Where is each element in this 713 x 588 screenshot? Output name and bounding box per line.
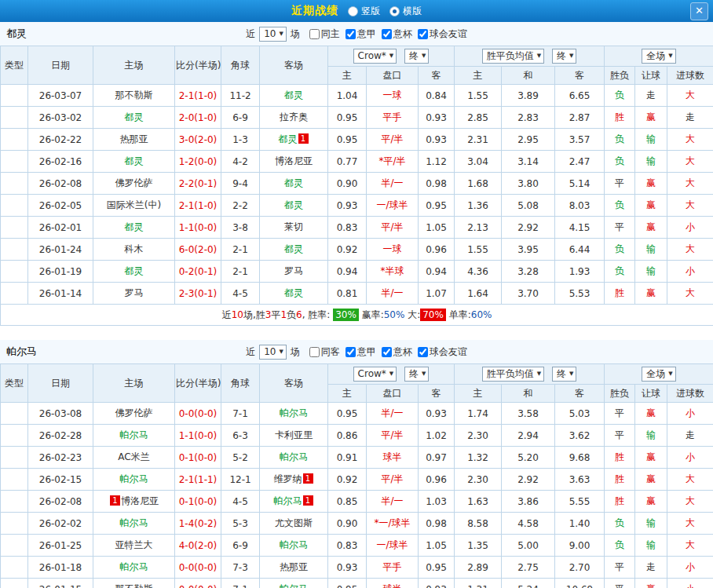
eu-away-odds-cell: 1.40 [555,513,605,535]
results-table: 类型 日期 主场 比分(半场) 角球 客场 Crow*▼ 终▼ 胜平负均值▼ 终… [0,363,713,588]
checkbox-label: 球会友谊 [430,345,467,359]
home-team-name: 都灵 [125,111,144,122]
handicap-stage-select[interactable]: 终▼ [404,367,429,382]
ah-home-odds-cell: 0.95 [328,403,367,425]
summary-foot: 近10场,胜3平1负6, 胜率: 30% 赢率:50% 大:70% 单率:60% [1,305,713,326]
date-cell: 26-02-28 [28,425,93,447]
checkbox-input[interactable] [418,347,428,357]
scope-value: 全场 [646,368,665,380]
filter-prefix-label: 近 [246,345,255,359]
ah-away-odds-cell: 1.07 [419,283,455,305]
scope-select[interactable]: 全场▼ [642,49,675,64]
eu-home-odds-cell: 1.64 [455,283,502,305]
scope-select[interactable]: 全场▼ [642,367,675,382]
result-cell: 平 [605,557,635,579]
chevron-down-icon: ▼ [389,50,393,62]
away-team-name: 莱切 [284,221,303,232]
match-row: 意甲26-02-22热那亚3-0(2-0)1-3都灵10.95平/半0.932.… [1,129,713,151]
ah-home-odds-cell: 0.83 [328,217,367,239]
europe-odds-select[interactable]: 胜平负均值▼ [482,367,544,382]
ah-line-cell: 半/一 [367,283,419,305]
date-cell: 26-03-07 [28,85,93,107]
filter-checkbox[interactable]: 意甲 [340,27,376,41]
filter-checkbox[interactable]: 同客 [304,345,340,359]
filter-checkbox[interactable]: 球会友谊 [412,345,467,359]
col-header-corner: 角球 [221,46,260,85]
goals-cell: 小 [667,403,713,425]
match-count-select[interactable]: 10▼ [259,27,287,42]
home-team-name: 罗马 [125,287,144,298]
result-cell: 平 [605,579,635,588]
score-cell: 2-2(0-1) [175,173,221,195]
sub-header-eu-draw: 和 [502,67,555,85]
date-cell: 26-03-08 [28,403,93,425]
eu-home-odds-cell: 2.30 [455,469,502,491]
eu-away-odds-cell: 3.63 [555,469,605,491]
results-tbody: 意甲26-03-08佛罗伦萨0-0(0-0)7-1帕尔马0.95半/一0.931… [1,403,713,588]
layout-option-vertical[interactable]: 竖版 [348,5,380,18]
goals-cell: 走 [667,107,713,129]
team-section: 都灵 近 10▼ 场 同主意甲意杯球会友谊 类型 日期 主场 比分(半场) 角球… [0,22,713,326]
match-count-value: 10 [264,28,276,40]
europe-stage-select[interactable]: 终▼ [552,49,576,64]
checkbox-input[interactable] [382,347,392,357]
ah-away-odds-cell: 0.98 [419,513,455,535]
match-row: 意甲26-02-28帕尔马1-1(0-0)6-3卡利亚里0.86平/半1.022… [1,425,713,447]
europe-stage-select[interactable]: 终▼ [552,367,576,382]
eu-draw-odds-cell: 5.24 [502,579,555,588]
checkbox-input[interactable] [309,29,320,39]
eu-home-odds-cell: 3.04 [455,151,502,173]
league-type-cell: 意杯 [1,195,28,217]
col-header-score: 比分(半场) [175,364,221,403]
eu-away-odds-cell: 5.55 [555,491,605,513]
ah-line-cell: 一球 [367,239,419,261]
match-count-select[interactable]: 10▼ [259,345,287,360]
europe-odds-value: 胜平负均值 [487,50,534,62]
filter-checkbox[interactable]: 意杯 [376,27,412,41]
checkbox-input[interactable] [309,347,320,357]
eu-home-odds-cell: 1.63 [455,491,502,513]
ah-home-odds-cell: 0.90 [328,173,367,195]
checkbox-input[interactable] [346,347,356,357]
layout-option-horizontal[interactable]: 横版 [389,5,422,18]
filter-checkbox[interactable]: 意甲 [340,345,376,359]
corner-cell: 2-2 [221,195,260,217]
checkbox-input[interactable] [382,29,392,39]
corner-cell: 4-5 [221,491,260,513]
date-cell: 26-02-05 [28,195,93,217]
ah-away-odds-cell: 1.02 [419,425,455,447]
checkbox-input[interactable] [346,29,356,39]
filter-checkbox[interactable]: 球会友谊 [412,27,467,41]
results-table: 类型 日期 主场 比分(半场) 角球 客场 Crow*▼ 终▼ 胜平负均值▼ 终… [0,46,713,326]
score-cell: 2-1(1-0) [175,85,221,107]
bookmaker-select[interactable]: Crow*▼ [353,367,397,382]
corner-cell: 1-3 [221,129,260,151]
league-type-cell: 意甲 [1,85,28,107]
close-button[interactable]: ✕ [690,2,708,20]
europe-odds-select[interactable]: 胜平负均值▼ [482,49,544,64]
ah-line-cell: 一/球半 [367,195,419,217]
filter-checkboxes: 同主意甲意杯球会友谊 [304,27,467,41]
home-team-name: 帕尔马 [120,429,148,440]
corner-cell: 2-1 [221,239,260,261]
europe-odds-header: 胜平负均值▼ 终▼ [455,364,605,385]
ah-line-cell: 平手 [367,557,419,579]
bookmaker-select[interactable]: Crow*▼ [353,49,397,64]
ah-home-odds-cell: 0.83 [328,535,367,557]
filter-checkbox[interactable]: 意杯 [376,345,412,359]
match-row: 意甲26-01-18帕尔马0-0(0-0)7-3热那亚0.93平手0.952.8… [1,557,713,579]
filter-checkbox[interactable]: 同主 [304,27,340,41]
radio-label-horizontal: 横版 [403,5,422,18]
match-row: 意甲26-02-16都灵1-2(0-0)4-2博洛尼亚0.77*平/半1.123… [1,151,713,173]
away-team-name: 罗马 [284,265,303,276]
score-cell: 1-2(0-0) [175,151,221,173]
scope-value: 全场 [646,50,665,62]
checkbox-input[interactable] [418,29,428,39]
handicap-result-cell: 赢 [635,469,667,491]
league-type-cell: 意甲 [1,469,28,491]
score-cell: 2-0(1-0) [175,107,221,129]
col-header-away: 客场 [260,364,328,403]
ah-away-odds-cell: 1.03 [419,491,455,513]
corner-cell: 9-4 [221,173,260,195]
handicap-stage-select[interactable]: 终▼ [404,49,429,64]
